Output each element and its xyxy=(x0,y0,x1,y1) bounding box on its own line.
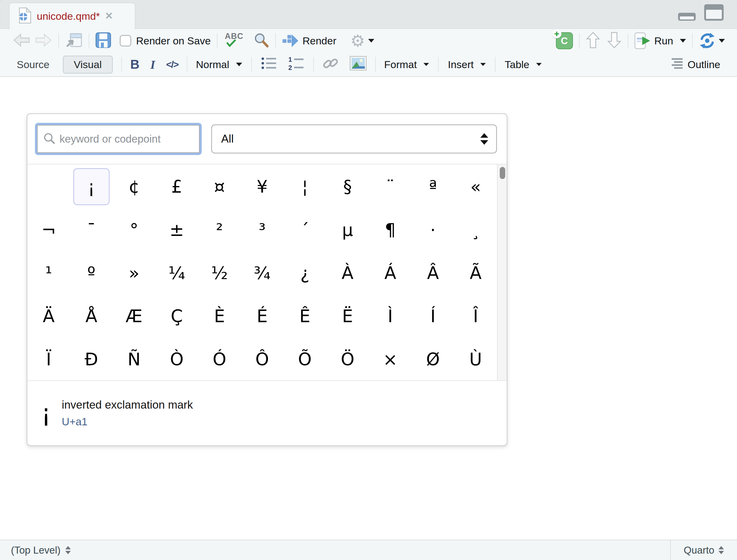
insert-menu[interactable]: Insert xyxy=(448,59,486,71)
char-cell[interactable]: ¿ xyxy=(284,251,326,295)
char-cell[interactable]: ° xyxy=(113,208,156,251)
block-filter-select[interactable]: All xyxy=(211,124,497,154)
spellcheck-icon[interactable]: ABC xyxy=(224,32,247,50)
char-cell[interactable]: Á xyxy=(369,251,411,295)
char-cell[interactable]: · xyxy=(411,208,454,251)
char-cell[interactable]: Ã xyxy=(454,251,497,295)
bullet-list-icon[interactable] xyxy=(261,56,277,73)
char-cell[interactable]: Ò xyxy=(156,338,198,381)
source-document-button[interactable] xyxy=(699,32,725,49)
visual-mode-button[interactable]: Visual xyxy=(63,56,113,74)
char-cell[interactable]: § xyxy=(326,165,369,208)
tab-unicode-qmd[interactable]: unicode.qmd* × xyxy=(9,3,135,29)
run-icon xyxy=(634,32,651,50)
go-next-section-button[interactable] xyxy=(607,31,622,50)
format-menu[interactable]: Format xyxy=(384,59,429,71)
char-cell[interactable]: Ê xyxy=(284,295,326,338)
table-menu[interactable]: Table xyxy=(504,59,541,71)
go-previous-section-button[interactable] xyxy=(586,31,600,50)
char-cell[interactable]: ¯ xyxy=(70,208,113,251)
code-button[interactable]: </> xyxy=(166,59,178,70)
divider xyxy=(89,33,89,48)
find-replace-icon[interactable] xyxy=(253,32,269,49)
char-cell[interactable]: Ñ xyxy=(113,338,156,381)
search-input[interactable] xyxy=(60,133,194,145)
char-cell[interactable]: × xyxy=(369,338,411,381)
scope-selector[interactable]: (Top Level) xyxy=(0,540,71,560)
char-cell[interactable]: Õ xyxy=(284,338,326,381)
char-cell[interactable]: ´ xyxy=(284,208,326,251)
char-cell[interactable]: ¼ xyxy=(156,251,198,295)
tab-strip: unicode.qmd* × xyxy=(0,0,737,29)
char-cell[interactable]: ½ xyxy=(198,251,241,295)
char-cell[interactable]: Ð xyxy=(70,338,113,381)
char-cell[interactable]: Â xyxy=(411,251,454,295)
char-cell[interactable]: ¢ xyxy=(113,165,156,208)
render-on-save-checkbox[interactable] xyxy=(120,35,131,47)
run-button[interactable]: Run xyxy=(634,32,686,50)
forward-button[interactable] xyxy=(35,33,52,48)
char-cell[interactable]: É xyxy=(241,295,284,338)
save-icon[interactable] xyxy=(95,32,111,49)
render-settings-button[interactable]: ⚙ xyxy=(350,33,374,49)
insert-chunk-button[interactable]: + C xyxy=(556,32,573,49)
char-cell[interactable]: ¾ xyxy=(241,251,284,295)
image-icon[interactable] xyxy=(350,56,367,73)
char-cell[interactable]: ¥ xyxy=(241,165,284,208)
link-icon[interactable] xyxy=(322,55,339,74)
outline-toggle[interactable]: Outline xyxy=(670,58,720,71)
char-cell[interactable]: Ë xyxy=(326,295,369,338)
char-cell[interactable]: ± xyxy=(156,208,198,251)
minimize-window-icon[interactable] xyxy=(678,13,696,21)
open-in-new-window-button[interactable] xyxy=(65,32,83,50)
numbered-list-icon[interactable]: 1 2 xyxy=(288,56,305,73)
tab-close-icon[interactable]: × xyxy=(105,9,112,22)
char-cell[interactable]: Ø xyxy=(411,338,454,381)
char-cell[interactable]: ¤ xyxy=(198,165,241,208)
char-cell[interactable]: ¶ xyxy=(369,208,411,251)
char-cell[interactable]: ¹ xyxy=(27,251,70,295)
char-cell[interactable]: « xyxy=(454,165,497,208)
char-cell[interactable]: º xyxy=(70,251,113,295)
char-cell[interactable]: Í xyxy=(411,295,454,338)
char-cell[interactable]: ² xyxy=(198,208,241,251)
char-cell[interactable]: Ä xyxy=(27,295,70,338)
back-button[interactable] xyxy=(13,33,30,48)
maximize-window-icon[interactable] xyxy=(704,4,724,21)
char-cell[interactable]: Ì xyxy=(369,295,411,338)
source-mode-button[interactable]: Source xyxy=(17,59,50,71)
char-cell[interactable]: ª xyxy=(411,165,454,208)
editor-canvas[interactable]: All ¡¢£¤¥¦§¨ª«¬¯°±²³´µ¶·¸¹º»¼½¾¿ÀÁÂÃÄÅÆÇ… xyxy=(0,77,737,540)
char-cell[interactable]: È xyxy=(198,295,241,338)
char-cell[interactable]: ¦ xyxy=(284,165,326,208)
char-cell[interactable]: À xyxy=(326,251,369,295)
char-cell[interactable]: Ô xyxy=(241,338,284,381)
char-cell[interactable]: Ù xyxy=(454,338,497,381)
char-cell[interactable]: Å xyxy=(70,295,113,338)
char-cell[interactable]: ³ xyxy=(241,208,284,251)
char-cell[interactable] xyxy=(27,165,70,208)
char-cell[interactable]: ¡ xyxy=(70,165,113,208)
divider xyxy=(628,33,628,48)
scrollbar-track[interactable] xyxy=(497,164,507,380)
char-cell[interactable]: ¬ xyxy=(27,208,70,251)
render-on-save-label[interactable]: Render on Save xyxy=(136,35,211,47)
italic-button[interactable]: I xyxy=(150,57,155,72)
char-cell[interactable]: µ xyxy=(326,208,369,251)
paragraph-style-dropdown[interactable]: Normal xyxy=(196,59,242,71)
scrollbar-thumb[interactable] xyxy=(500,167,505,179)
char-cell[interactable]: » xyxy=(113,251,156,295)
char-cell[interactable]: ¨ xyxy=(369,165,411,208)
char-cell[interactable]: Ö xyxy=(326,338,369,381)
char-cell[interactable]: Ó xyxy=(198,338,241,381)
char-cell[interactable]: Æ xyxy=(113,295,156,338)
document-type-selector[interactable]: Quarto xyxy=(670,540,737,560)
char-cell[interactable]: Î xyxy=(454,295,497,338)
char-cell[interactable]: £ xyxy=(156,165,198,208)
char-cell[interactable]: ¸ xyxy=(454,208,497,251)
char-cell[interactable]: Ï xyxy=(27,338,70,381)
bold-button[interactable]: B xyxy=(130,57,140,72)
render-button[interactable]: Render xyxy=(282,34,337,48)
updown-icon xyxy=(65,546,71,554)
char-cell[interactable]: Ç xyxy=(156,295,198,338)
